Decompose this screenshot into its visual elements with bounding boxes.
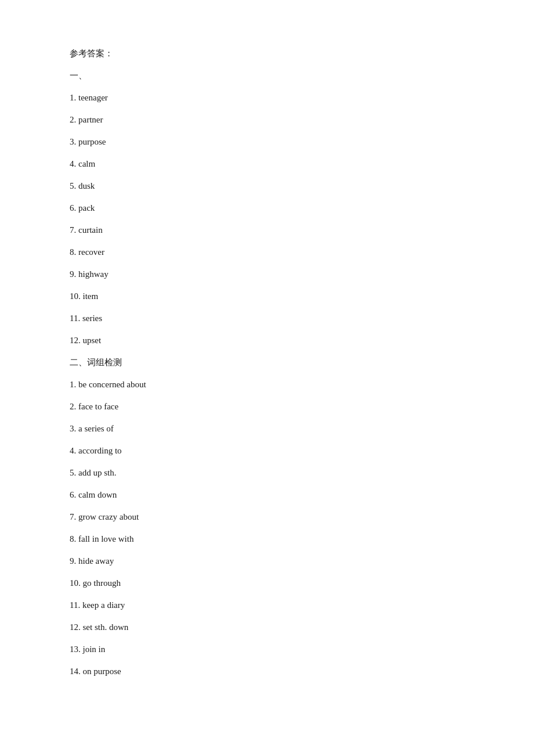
list-item: 1. be concerned about bbox=[70, 377, 464, 391]
list-item: 8. recover bbox=[70, 245, 464, 259]
section1-list: 1. teenager2. partner3. purpose4. calm5.… bbox=[70, 91, 464, 347]
list-item: 4. calm bbox=[70, 157, 464, 171]
list-item: 11. series bbox=[70, 311, 464, 325]
list-item: 6. calm down bbox=[70, 488, 464, 502]
list-item: 13. join in bbox=[70, 642, 464, 656]
list-item: 9. hide away bbox=[70, 554, 464, 568]
page-title: 参考答案： bbox=[70, 46, 464, 60]
list-item: 9. highway bbox=[70, 267, 464, 281]
section2-header: 二、词组检测 bbox=[70, 355, 464, 369]
list-item: 5. add up sth. bbox=[70, 466, 464, 480]
list-item: 1. teenager bbox=[70, 91, 464, 105]
list-item: 10. item bbox=[70, 289, 464, 303]
list-item: 6. pack bbox=[70, 201, 464, 215]
section2-list: 1. be concerned about2. face to face3. a… bbox=[70, 377, 464, 678]
list-item: 7. curtain bbox=[70, 223, 464, 237]
list-item: 8. fall in love with bbox=[70, 532, 464, 546]
list-item: 14. on purpose bbox=[70, 664, 464, 678]
list-item: 4. according to bbox=[70, 444, 464, 458]
list-item: 12. upset bbox=[70, 333, 464, 347]
section1-header: 一、 bbox=[70, 69, 464, 82]
list-item: 3. a series of bbox=[70, 422, 464, 435]
list-item: 11. keep a diary bbox=[70, 598, 464, 612]
list-item: 12. set sth. down bbox=[70, 620, 464, 634]
list-item: 2. partner bbox=[70, 113, 464, 127]
list-item: 7. grow crazy about bbox=[70, 510, 464, 524]
list-item: 10. go through bbox=[70, 576, 464, 590]
list-item: 5. dusk bbox=[70, 179, 464, 193]
list-item: 2. face to face bbox=[70, 399, 464, 413]
content-area: 参考答案： 一、 1. teenager2. partner3. purpose… bbox=[70, 46, 464, 678]
list-item: 3. purpose bbox=[70, 135, 464, 149]
